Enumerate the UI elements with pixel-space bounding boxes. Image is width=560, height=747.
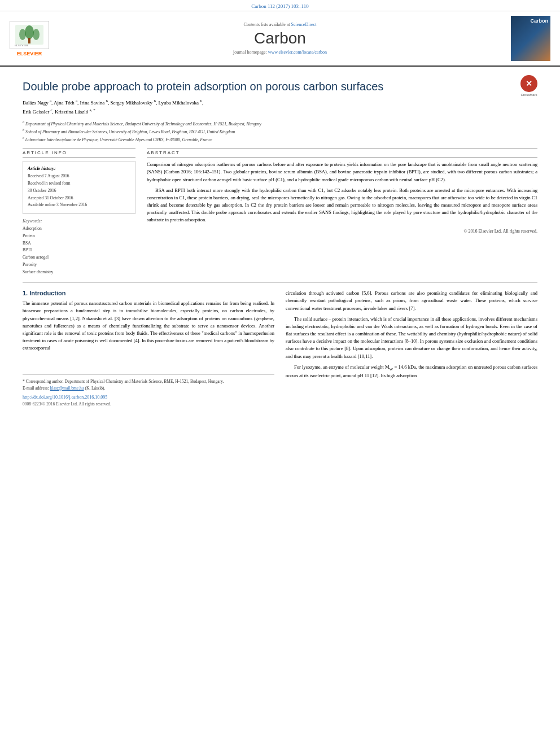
issn-text: 0008-6223/© 2016 Elsevier Ltd. All right… [23, 401, 274, 407]
journal-header: ELSEVIER ELSEVIER Contents lists availab… [0, 11, 560, 67]
doi-link[interactable]: http://dx.doi.org/10.1016/j.carbon.2016.… [23, 395, 274, 400]
crossmark-badge: ✕ CrossMark [520, 75, 537, 92]
abstract-para-1: Comparison of nitrogen adsorption isothe… [147, 161, 537, 184]
svg-rect-4 [28, 38, 30, 43]
keyword-carbon-aerogel: Carbon aerogel [23, 254, 135, 261]
article-info-header: ARTICLE INFO [23, 148, 135, 158]
elsevier-tree-logo: ELSEVIER [10, 21, 49, 49]
affiliation-c: c Laboratoire Interdisciplinaire de Phys… [23, 135, 537, 143]
abstract-para-2: BSA and BPTI both interact more strongly… [147, 187, 537, 224]
keyword-bsa: BSA [23, 240, 135, 247]
top-bar: Carbon 112 (2017) 103–110 [0, 0, 560, 11]
main-content: Double probe approach to protein adsorpt… [0, 67, 560, 412]
journal-homepage-url[interactable]: www.elsevier.com/locate/carbon [268, 50, 327, 55]
intro-para-1: The immense potential of porous nanostru… [23, 300, 274, 352]
journal-title-text: Carbon [254, 29, 306, 47]
keyword-protein: Protein [23, 233, 135, 240]
elsevier-brand-name: ELSEVIER [17, 51, 42, 56]
science-direct-line: Contents lists available at ScienceDirec… [244, 22, 317, 27]
introduction-section: 1. Introduction The immense potential of… [23, 290, 537, 407]
received-date: Received 7 August 2016 [28, 173, 130, 180]
footnote-email: E-mail address: klasz@mail.bme.hu (K. Lá… [23, 385, 274, 391]
keyword-adsorption: Adsorption [23, 225, 135, 233]
elsevier-logo-left: ELSEVIER ELSEVIER [7, 16, 52, 61]
intro-right-text: circulation through activated carbon [5,… [286, 290, 537, 379]
cover-title: Carbon [531, 18, 549, 24]
intro-left-col: 1. Introduction The immense potential of… [23, 290, 274, 407]
journal-citation: Carbon 112 (2017) 103–110 [251, 3, 309, 9]
article-history-label: Article history: [28, 166, 130, 171]
footnote-corresponding-author: * Corresponding author. Department of Ph… [23, 378, 274, 385]
affiliation-b: b School of Pharmacy and Biomolecular Sc… [23, 127, 537, 135]
footnote-email-link[interactable]: klasz@mail.bme.hu [50, 386, 84, 391]
intro-right-para-3: For lysozyme, an enzyme of molecular wei… [286, 364, 537, 380]
journal-header-center: Contents lists available at ScienceDirec… [58, 16, 502, 61]
accepted-date: Accepted 31 October 2016 [28, 195, 130, 202]
article-info-col: ARTICLE INFO Article history: Received 7… [23, 148, 135, 276]
keywords-label: Keywords: [23, 219, 135, 224]
abstract-text-block: Comparison of nitrogen adsorption isothe… [147, 161, 537, 224]
journal-cover-image: Carbon [508, 16, 553, 61]
svg-point-1 [25, 25, 34, 39]
keyword-porosity: Porosity [23, 261, 135, 269]
received-revised-date: 30 October 2016 [28, 187, 130, 195]
svg-text:ELSEVIER: ELSEVIER [15, 44, 28, 47]
intro-right-para-2: The solid surface – protein interaction,… [286, 316, 537, 360]
keyword-bpti: BPTI [23, 247, 135, 254]
intro-section-title: 1. Introduction [23, 290, 274, 296]
article-history-block: Article history: Received 7 August 2016 … [23, 161, 135, 214]
affiliation-a: a Department of Physical Chemistry and M… [23, 119, 537, 127]
abstract-header: ABSTRACT [147, 148, 537, 158]
intro-right-col: circulation through activated carbon [5,… [286, 290, 537, 407]
svg-point-3 [33, 29, 40, 40]
footnotes-block: * Corresponding author. Department of Ph… [23, 374, 274, 407]
keyword-surface-chemistry: Surface chemistry [23, 269, 135, 276]
article-title: Double probe approach to protein adsorpt… [23, 79, 383, 94]
copyright-line: © 2016 Elsevier Ltd. All rights reserved… [147, 229, 537, 234]
affiliations-block: a Department of Physical Chemistry and M… [23, 119, 537, 142]
authors-line: Balázs Nagy a, Ajna Tóth a, Irina Savina… [23, 98, 537, 116]
article-info-abstract-section: ARTICLE INFO Article history: Received 7… [23, 148, 537, 276]
crossmark-icon: ✕ [520, 75, 537, 92]
intro-left-text: The immense potential of porous nanostru… [23, 300, 274, 352]
journal-homepage-line: journal homepage: www.elsevier.com/locat… [233, 50, 327, 55]
abstract-col: ABSTRACT Comparison of nitrogen adsorpti… [147, 148, 537, 276]
available-online-date: Available online 3 November 2016 [28, 202, 130, 209]
keywords-block: Keywords: Adsorption Protein BSA BPTI Ca… [23, 219, 135, 276]
science-direct-link[interactable]: ScienceDirect [291, 22, 317, 27]
intro-right-para-1: circulation through activated carbon [5,… [286, 290, 537, 312]
received-revised-label: Received in revised form [28, 180, 130, 187]
carbon-cover-thumbnail: Carbon [511, 16, 550, 61]
section-divider [23, 282, 537, 283]
svg-point-2 [19, 29, 26, 40]
